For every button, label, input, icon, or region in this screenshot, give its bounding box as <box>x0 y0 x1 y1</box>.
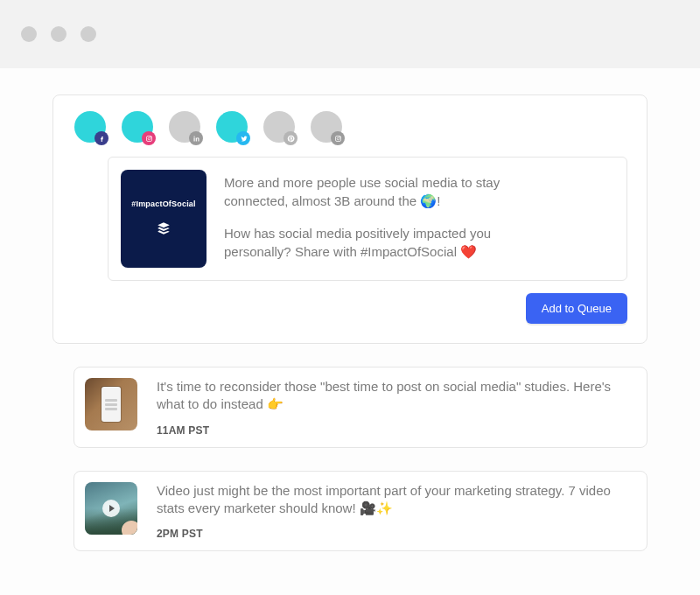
instagram-icon <box>142 131 156 145</box>
account-pinterest[interactable] <box>263 111 295 143</box>
account-twitter[interactable] <box>216 111 248 143</box>
composer-card: #ImpactOfSocial More and more people use… <box>52 94 648 344</box>
composer-text[interactable]: More and more people use social media to… <box>224 170 522 268</box>
svg-rect-3 <box>193 137 194 141</box>
svg-point-4 <box>193 136 194 136</box>
svg-point-7 <box>340 136 340 137</box>
account-linkedin[interactable] <box>169 111 200 143</box>
queue-item-text: It's time to reconsider those "best time… <box>157 378 633 414</box>
account-instagram-2[interactable] <box>311 111 342 143</box>
svg-point-6 <box>337 137 340 140</box>
window-control-dot[interactable] <box>51 26 66 42</box>
window-titlebar <box>0 0 700 68</box>
queue-item[interactable]: It's time to reconsider those "best time… <box>74 367 648 448</box>
account-facebook[interactable] <box>74 111 106 143</box>
linkedin-icon <box>189 131 203 145</box>
svg-point-2 <box>150 136 151 137</box>
play-icon <box>102 500 120 517</box>
account-instagram[interactable] <box>122 111 153 143</box>
account-selector-row <box>74 111 627 143</box>
facebook-icon <box>94 131 108 145</box>
add-to-queue-button[interactable]: Add to Queue <box>526 293 627 324</box>
buffer-logo-icon <box>156 220 172 238</box>
composer-paragraph: How has social media positively impacted… <box>224 224 522 261</box>
queue-item-text: Video just might be the most important p… <box>157 482 633 518</box>
instagram-icon <box>331 131 345 145</box>
window-control-dot[interactable] <box>80 26 96 42</box>
thumbnail-hashtag: #ImpactOfSocial <box>131 200 196 208</box>
twitter-icon <box>236 131 250 145</box>
composer-attached-image[interactable]: #ImpactOfSocial <box>121 170 206 268</box>
svg-point-1 <box>148 137 150 140</box>
queue-item-thumbnail <box>85 482 137 535</box>
queue-item[interactable]: Video just might be the most important p… <box>74 471 648 552</box>
queue-item-time: 11AM PST <box>157 424 633 437</box>
queue-item-time: 2PM PST <box>157 528 633 540</box>
composer-paragraph: More and more people use social media to… <box>224 173 522 210</box>
queue-item-thumbnail <box>85 378 137 430</box>
pinterest-icon <box>284 131 298 145</box>
composer-body[interactable]: #ImpactOfSocial More and more people use… <box>108 157 627 281</box>
window-control-dot[interactable] <box>21 26 37 42</box>
